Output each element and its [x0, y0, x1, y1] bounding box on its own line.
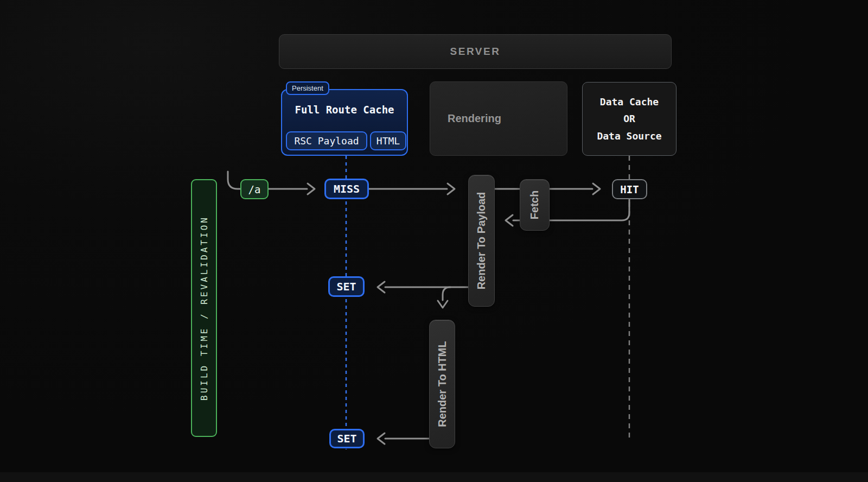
set-html-chip: SET — [329, 429, 365, 448]
render-to-payload-box: Render To Payload — [468, 175, 495, 307]
full-route-cache-title: Full Route Cache — [282, 102, 407, 117]
arrowhead-to-hit — [593, 183, 600, 194]
rendering-box: Rendering — [430, 81, 567, 156]
build-time-revalidation-label: BUILD TIME / REVALIDATION — [199, 215, 209, 401]
build-time-revalidation-bar: BUILD TIME / REVALIDATION — [191, 179, 217, 437]
set-payload-chip: SET — [328, 276, 365, 297]
rsc-payload-chip: RSC Payload — [286, 131, 367, 150]
persistent-badge: Persistent — [286, 81, 329, 95]
render-to-html-label: Render To HTML — [436, 341, 449, 427]
arrowhead-to-render-html — [438, 301, 448, 308]
html-chip: HTML — [370, 131, 406, 150]
page-bottom-strip — [0, 472, 868, 482]
arrowhead-to-miss — [308, 183, 315, 194]
arrowhead-to-set-payload — [378, 282, 385, 293]
data-cache-line: OR — [623, 110, 635, 128]
render-to-html-box: Render To HTML — [429, 320, 455, 448]
render-to-payload-label: Render To Payload — [475, 192, 488, 290]
server-container: SERVER — [279, 34, 672, 69]
hit-chip: HIT — [612, 179, 647, 199]
fetch-box: Fetch — [520, 179, 550, 231]
fetch-label: Fetch — [528, 191, 541, 219]
rendering-label: Rendering — [448, 112, 501, 125]
arrowhead-to-render-payload — [448, 183, 455, 194]
data-cache-line: Data Source — [597, 128, 661, 145]
miss-chip: MISS — [324, 179, 369, 199]
full-route-cache-diagram: SERVER Persistent Full Route Cache RSC P… — [0, 0, 868, 482]
data-cache-line: Data Cache — [600, 93, 659, 111]
arrowhead-to-set-html — [378, 433, 385, 444]
data-cache-box: Data Cache OR Data Source — [582, 82, 676, 156]
route-a-chip: /a — [240, 179, 269, 199]
branch-to-render-html-line — [443, 287, 450, 300]
arrowhead-return-to-render — [506, 215, 513, 226]
